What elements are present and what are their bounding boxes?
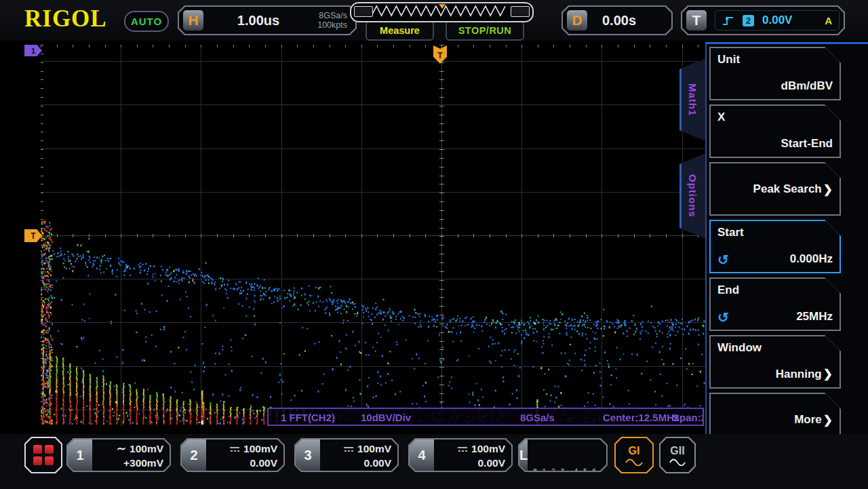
menu-item-end[interactable]: End ↺ 25MHz: [709, 277, 841, 331]
dc-coupling-icon: [457, 446, 468, 452]
fft-sample-rate: 8GSa/s: [520, 412, 555, 423]
ac-coupling-icon: ∼: [117, 446, 126, 452]
math-fft-menu: Unit dBm/dBV X Start-End Peak Search❯ St…: [705, 42, 868, 444]
menu-item-label: End: [717, 283, 739, 297]
trigger-slope-icon: [722, 14, 734, 26]
sine-icon: [625, 458, 643, 466]
dc-coupling-icon: [229, 446, 240, 452]
channel-number: 2: [182, 439, 206, 471]
channel-3-box[interactable]: 3 100mV 0.00V: [294, 438, 399, 472]
channel-scale: 100mV: [130, 442, 163, 456]
trigger-box[interactable]: T 2 0.00V A: [681, 5, 845, 35]
timebase-value: 1.00us: [214, 13, 302, 28]
top-status-bar: RIGOL AUTO H 1.00us 8GSa/s 100kpts Measu…: [0, 0, 868, 41]
channel-offset: 0.00V: [477, 456, 505, 470]
horizontal-timebase-box[interactable]: H 1.00us 8GSa/s 100kpts: [178, 5, 357, 35]
channel-2-box[interactable]: 2 100mV 0.00V: [180, 438, 285, 472]
dc-coupling-icon: [343, 446, 354, 452]
channel-1-box[interactable]: 1 ∼100mV +300mV: [66, 438, 171, 472]
memory-depth: 100kpts: [317, 20, 347, 30]
generator-1-box[interactable]: GI: [614, 437, 654, 473]
fft-trace-label: 1 FFT(CH2): [281, 412, 335, 423]
fft-span: Span:2: [673, 412, 704, 423]
memory-right-cap-icon: [511, 6, 530, 17]
menu-item-value: Hanning: [776, 368, 822, 381]
menu-item-window[interactable]: Window Hanning❯: [709, 335, 841, 389]
menu-item-label: Unit: [717, 53, 740, 66]
quick-menu-button[interactable]: [24, 437, 62, 473]
trigger-mode: A: [825, 15, 832, 26]
delay-box[interactable]: D 0.00s: [561, 5, 673, 35]
grid-icon: [33, 445, 54, 465]
menu-item-start[interactable]: Start ↺ 0.000Hz: [709, 220, 841, 273]
menu-item-value: More: [794, 413, 822, 427]
menu-item-label: Start: [717, 226, 744, 239]
trigger-level-marker[interactable]: T: [24, 229, 42, 242]
delay-value: 0.00s: [602, 13, 636, 28]
rigol-logo: RIGOL: [24, 5, 107, 33]
chevron-right-icon: ❯: [823, 367, 833, 381]
tab-options[interactable]: Options: [679, 153, 705, 239]
channel-4-box[interactable]: 4 100mV 0.00V: [408, 438, 513, 472]
delay-label: D: [567, 10, 587, 31]
trigger-label: T: [686, 10, 707, 31]
logic-channels-box[interactable]: L 0 1 2 3 4 5 6 7 8 9 1011 12131415: [518, 438, 608, 472]
menu-item-value: 25MHz: [796, 310, 833, 324]
fft-scale-label: 10dBV/Div: [361, 412, 411, 423]
sine-icon: [669, 458, 686, 466]
knob-icon: ↺: [717, 309, 729, 326]
channel-scale: 100mV: [471, 442, 505, 456]
menu-item-value: 0.000Hz: [790, 252, 833, 266]
menu-item-x[interactable]: X Start-End: [709, 104, 841, 158]
channel-number: 3: [296, 439, 320, 471]
menu-item-label: Window: [717, 341, 762, 355]
horizontal-label: H: [183, 10, 203, 31]
fft-spectrum-display[interactable]: [41, 45, 705, 426]
fft-center-freq: Center:12.5MHz: [603, 412, 679, 423]
acquisition-mode-badge: AUTO: [124, 11, 169, 32]
generator-2-box[interactable]: GII: [659, 437, 696, 473]
generator-label: GI: [629, 445, 640, 457]
channel-offset: 0.00V: [250, 456, 277, 470]
channel-number: 1: [68, 439, 92, 471]
chevron-right-icon: ❯: [823, 412, 833, 427]
math1-position-marker[interactable]: 1: [24, 45, 42, 56]
logic-label: L: [519, 439, 528, 471]
memory-position-strip[interactable]: [350, 2, 534, 22]
trigger-level-value: 0.00V: [762, 14, 792, 27]
sample-rate: 8GSa/s: [317, 11, 347, 20]
channel-scale: 100mV: [357, 442, 391, 456]
knob-icon: ↺: [717, 252, 729, 268]
tab-math1[interactable]: Math1: [679, 58, 705, 141]
memory-trigger-pointer-icon: [439, 4, 446, 9]
menu-item-label: X: [717, 111, 725, 124]
channel-number: 4: [410, 439, 434, 471]
menu-item-unit[interactable]: Unit dBm/dBV: [709, 47, 841, 100]
generator-label: GII: [670, 445, 684, 457]
sample-rate-memdepth: 8GSa/s 100kpts: [317, 11, 347, 30]
menu-item-value: Start-End: [781, 137, 833, 151]
menu-item-value: Peak Search: [753, 182, 822, 196]
menu-item-value: dBm/dBV: [781, 79, 833, 93]
channel-offset: +300mV: [123, 456, 163, 470]
chevron-right-icon: ❯: [823, 182, 833, 196]
stop-run-button[interactable]: STOP/RUN: [446, 20, 524, 41]
measure-button[interactable]: Measure: [366, 20, 434, 41]
trigger-source-badge: 2: [743, 15, 754, 26]
channel-offset: 0.00V: [363, 456, 391, 470]
menu-item-peak-search[interactable]: Peak Search❯: [709, 162, 841, 216]
oscilloscope-screen: RIGOL AUTO H 1.00us 8GSa/s 100kpts Measu…: [0, 0, 868, 489]
memory-left-cap-icon: [354, 6, 373, 17]
channel-scale: 100mV: [243, 442, 277, 456]
fft-info-bar: 1 FFT(CH2) 10dBV/Div 8GSa/s Center:12.5M…: [267, 408, 704, 426]
